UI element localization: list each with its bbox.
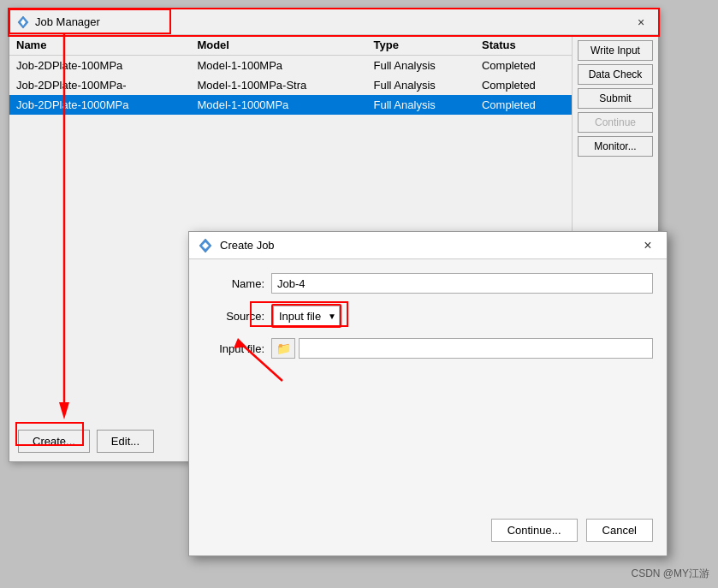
input-file-label: Input file:: [203, 342, 271, 355]
folder-icon: 📁: [276, 342, 291, 355]
table-row[interactable]: Job-2DPlate-100MPa-Model-1-100MPa-StraFu…: [9, 75, 572, 95]
name-row: Name:: [203, 273, 653, 294]
watermark: CSDN @MY江游: [631, 567, 709, 581]
cell-model: Model-1-100MPa-Stra: [190, 75, 366, 95]
cancel-button[interactable]: Cancel: [586, 519, 653, 542]
data-check-button[interactable]: Data Check: [578, 64, 653, 85]
cell-type: Full Analysis: [367, 56, 475, 76]
name-label: Name:: [203, 277, 271, 290]
titlebar-left: Job Manager: [16, 15, 100, 29]
dialog-bottom-buttons: Continue... Cancel: [491, 519, 653, 542]
cell-name: Job-2DPlate-100MPa-: [9, 75, 190, 95]
cell-model: Model-1-1000MPa: [190, 95, 366, 115]
source-select-wrapper: Input file Model ▼: [271, 304, 341, 328]
col-header-name: Name: [9, 35, 190, 56]
cell-model: Model-1-100MPa: [190, 56, 366, 76]
source-row: Source: Input file Model ▼: [203, 304, 653, 328]
cell-status: Completed: [475, 56, 572, 76]
cell-name: Job-2DPlate-100MPa: [9, 56, 190, 76]
name-input[interactable]: [271, 273, 653, 294]
dialog-body: Name: Source: Input file Model ▼ Input f…: [189, 259, 667, 383]
continue-button[interactable]: Continue...: [491, 519, 578, 542]
source-select[interactable]: Input file Model: [273, 306, 340, 326]
edit--button[interactable]: Edit...: [97, 430, 154, 453]
col-header-model: Model: [190, 35, 366, 56]
col-header-status: Status: [475, 35, 572, 56]
input-file-row: Input file: 📁: [203, 338, 653, 359]
cell-type: Full Analysis: [367, 75, 475, 95]
create--button[interactable]: Create...: [18, 430, 90, 453]
cell-type: Full Analysis: [367, 95, 475, 115]
file-browse-button[interactable]: 📁: [271, 338, 295, 359]
source-label: Source:: [203, 310, 271, 323]
job-manager-titlebar: Job Manager ×: [9, 9, 658, 35]
job-manager-close-button[interactable]: ×: [631, 12, 651, 33]
job-manager-icon: [16, 15, 30, 29]
cell-status: Completed: [475, 95, 572, 115]
create-job-icon: [198, 238, 213, 253]
table-row[interactable]: Job-2DPlate-100MPaModel-1-100MPaFull Ana…: [9, 56, 572, 76]
job-manager-title: Job Manager: [35, 15, 100, 28]
col-header-type: Type: [367, 35, 475, 56]
table-row[interactable]: Job-2DPlate-1000MPaModel-1-1000MPaFull A…: [9, 95, 572, 115]
dialog-titlebar: Create Job ×: [189, 232, 667, 259]
dialog-title: Create Job: [220, 239, 275, 252]
dialog-title-left: Create Job: [198, 238, 275, 253]
create-job-close-button[interactable]: ×: [638, 235, 658, 256]
continue-button: Continue: [578, 112, 653, 133]
job-bottom-buttons: Create...Edit...: [18, 430, 154, 453]
monitor--button[interactable]: Monitor...: [578, 136, 653, 157]
job-table: Name Model Type Status Job-2DPlate-100MP…: [9, 35, 572, 115]
write-input-button[interactable]: Write Input: [578, 40, 653, 61]
file-path-display: [299, 338, 653, 359]
cell-name: Job-2DPlate-1000MPa: [9, 95, 190, 115]
cell-status: Completed: [475, 75, 572, 95]
create-job-dialog: Create Job × Name: Source: Input file Mo…: [188, 231, 668, 556]
submit-button[interactable]: Submit: [578, 88, 653, 109]
